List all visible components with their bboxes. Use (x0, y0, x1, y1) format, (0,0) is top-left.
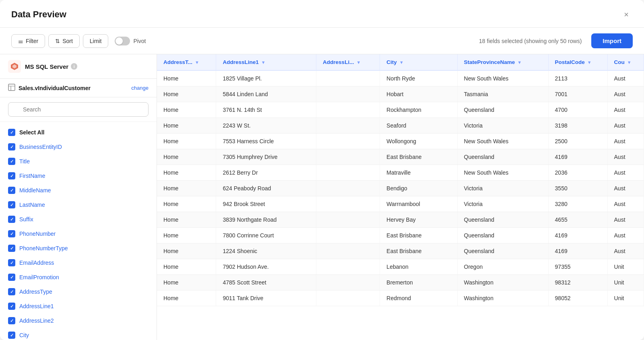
filter-button[interactable]: ⚌ Filter (11, 34, 45, 48)
search-wrap: 🔍 (0, 97, 157, 122)
table-row: Home2612 Berry DrMatravilleNew South Wal… (157, 165, 644, 181)
col-header-city[interactable]: City▼ (380, 54, 457, 70)
field-checkbox[interactable]: ✓ (8, 230, 15, 237)
cell-city: Hervey Bay (380, 212, 457, 228)
col-header-stateProvinceName[interactable]: StateProvinceName▼ (457, 54, 548, 70)
field-checkbox[interactable]: ✓ (8, 245, 15, 252)
checkbox-check-icon: ✓ (10, 246, 14, 251)
cell-postalCode: 4169 (548, 243, 607, 259)
field-checkbox[interactable]: ✓ (8, 172, 15, 179)
close-button[interactable]: × (620, 8, 633, 21)
cell-addressLi (316, 87, 380, 102)
field-item[interactable]: ✓ MiddleName (0, 183, 157, 198)
field-checkbox[interactable]: ✓ (8, 274, 15, 281)
field-item[interactable]: ✓ Suffix (0, 212, 157, 227)
field-checkbox[interactable]: ✓ (8, 288, 15, 295)
cell-postalCode: 3550 (548, 181, 607, 196)
select-all-checkbox[interactable]: ✓ (8, 129, 15, 136)
field-label: AddressLine1 (19, 303, 54, 309)
field-checkbox[interactable]: ✓ (8, 303, 15, 310)
cell-addressT: Home (157, 259, 216, 275)
cell-country: Aust (607, 181, 644, 196)
cell-city: Wollongong (380, 134, 457, 149)
limit-button[interactable]: Limit (83, 34, 109, 48)
source-name: MS SQL Server i (25, 63, 149, 70)
cell-addressLine1: 7305 Humphrey Drive (216, 149, 316, 165)
col-sort-icon: ▼ (627, 60, 632, 65)
field-checkbox[interactable]: ✓ (8, 317, 15, 324)
search-input[interactable] (8, 102, 149, 117)
select-all-label: Select All (19, 129, 45, 136)
cell-addressT: Home (157, 149, 216, 165)
col-header-country[interactable]: Cou▼ (607, 54, 644, 70)
cell-stateProvinceName: Queensland (457, 212, 548, 228)
field-checkbox[interactable]: ✓ (8, 158, 15, 165)
field-item[interactable]: ✓ BusinessEntityID (0, 140, 157, 154)
data-area[interactable]: AddressT...▼AddressLine1▼AddressLi...▼Ci… (157, 54, 644, 340)
cell-country: Aust (607, 87, 644, 102)
cell-addressLine1: 624 Peabody Road (216, 181, 316, 196)
cell-stateProvinceName: Oregon (457, 259, 548, 275)
col-header-addressLine1[interactable]: AddressLine1▼ (216, 54, 316, 70)
table-icon (8, 84, 15, 92)
field-label: LastName (19, 202, 45, 208)
header-row: AddressT...▼AddressLine1▼AddressLi...▼Ci… (157, 54, 644, 70)
cell-addressLine1: 2612 Berry Dr (216, 165, 316, 181)
field-label: EmailAddress (19, 260, 54, 266)
field-item[interactable]: ✓ PhoneNumber (0, 227, 157, 241)
col-label: AddressLi... (323, 59, 354, 65)
col-label: PostalCode (555, 59, 585, 65)
field-checkbox[interactable]: ✓ (8, 216, 15, 223)
col-header-addressLi[interactable]: AddressLi...▼ (316, 54, 380, 70)
field-item[interactable]: ✓ LastName (0, 198, 157, 212)
pivot-toggle-wrap: Pivot (115, 37, 146, 45)
field-item[interactable]: ✓ PhoneNumberType (0, 241, 157, 256)
cell-stateProvinceName: Victoria (457, 118, 548, 134)
col-sort-icon: ▼ (517, 60, 522, 65)
import-button[interactable]: Import (591, 33, 633, 48)
table-name-row: Sales.vIndividualCustomer change (0, 79, 157, 97)
checkbox-check-icon: ✓ (10, 144, 14, 150)
field-checkbox[interactable]: ✓ (8, 143, 15, 150)
cell-addressLine1: 3761 N. 14th St (216, 102, 316, 118)
checkbox-check-icon: ✓ (10, 188, 14, 193)
field-item[interactable]: ✓ AddressLine2 (0, 313, 157, 328)
sort-button[interactable]: ⇅ Sort (48, 34, 80, 48)
col-header-postalCode[interactable]: PostalCode▼ (548, 54, 607, 70)
cell-stateProvinceName: New South Wales (457, 134, 548, 149)
cell-addressT: Home (157, 196, 216, 212)
field-checkbox[interactable]: ✓ (8, 187, 15, 194)
field-item[interactable]: ✓ FirstName (0, 169, 157, 183)
field-checkbox[interactable]: ✓ (8, 259, 15, 266)
pivot-toggle[interactable] (115, 37, 130, 45)
table-row: Home942 Brook StreetWarrnamboolVictoria3… (157, 196, 644, 212)
cell-addressLine1: 1224 Shoenic (216, 243, 316, 259)
field-checkbox[interactable]: ✓ (8, 201, 15, 208)
cell-addressLine1: 5844 Linden Land (216, 87, 316, 102)
cell-addressLi (316, 118, 380, 134)
checkbox-check-icon: ✓ (10, 173, 14, 179)
cell-addressT: Home (157, 212, 216, 228)
field-item[interactable]: ✓ AddressLine1 (0, 299, 157, 313)
cell-postalCode: 2113 (548, 70, 607, 87)
cell-addressLine1: 7553 Harness Circle (216, 134, 316, 149)
table-row: Home624 Peabody RoadBendigoVictoria3550A… (157, 181, 644, 196)
change-link[interactable]: change (131, 85, 149, 91)
select-all-item[interactable]: ✓ Select All (0, 125, 157, 140)
field-checkbox[interactable]: ✓ (8, 332, 15, 339)
field-item[interactable]: ✓ City (0, 328, 157, 340)
source-row: MS SQL Server i (0, 54, 157, 79)
field-item[interactable]: ✓ Title (0, 154, 157, 169)
toggle-knob (116, 37, 123, 45)
col-header-addressT[interactable]: AddressT...▼ (157, 54, 216, 70)
cell-country: Aust (607, 118, 644, 134)
cell-addressLi (316, 275, 380, 291)
table-row: Home7553 Harness CircleWollongongNew Sou… (157, 134, 644, 149)
field-item[interactable]: ✓ AddressType (0, 284, 157, 299)
cell-addressT: Home (157, 70, 216, 87)
field-item[interactable]: ✓ EmailAddress (0, 256, 157, 270)
field-item[interactable]: ✓ EmailPromotion (0, 270, 157, 284)
cell-city: East Brisbane (380, 149, 457, 165)
cell-addressLi (316, 181, 380, 196)
cell-addressLi (316, 149, 380, 165)
